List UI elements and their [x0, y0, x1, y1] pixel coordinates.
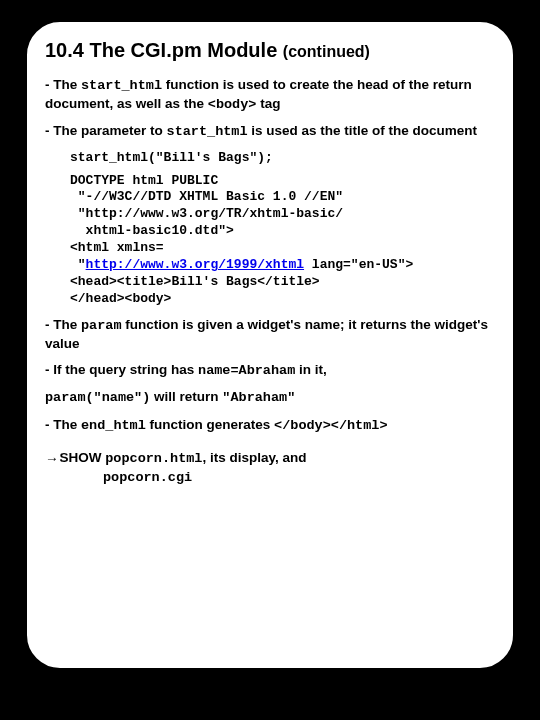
code: popcorn.html	[105, 451, 202, 466]
footer: Chapter 10 © 2005 by Addison Wesley Long…	[40, 693, 500, 710]
code-line: start_html("Bill's Bags");	[70, 150, 273, 165]
xmlns-link[interactable]: http://www.w3.org/1999/xhtml	[86, 257, 304, 272]
title-suffix: (continued)	[283, 43, 370, 60]
footer-chapter: Chapter 10	[40, 694, 112, 710]
code: end_html	[81, 418, 146, 433]
code-line: xhtml-basic10.dtd">	[70, 223, 234, 238]
text: in it,	[295, 362, 327, 377]
bullet-4: - If the query string has name=Abraham i…	[45, 361, 495, 380]
code: start_html	[167, 124, 248, 139]
text: will return	[150, 389, 222, 404]
code: </body></html>	[274, 418, 387, 433]
code-line: </head><body>	[70, 291, 171, 306]
bullet-5: param("name") will return "Abraham"	[45, 388, 495, 407]
code-line: "	[70, 257, 86, 272]
text: , its display, and	[202, 450, 306, 465]
code-example-2: DOCTYPE html PUBLIC "-//W3C//DTD XHTML B…	[70, 173, 495, 308]
code: popcorn.cgi	[103, 469, 192, 487]
code-line: "-//W3C//DTD XHTML Basic 1.0 //EN"	[70, 189, 343, 204]
footer-copyright: © 2005 by Addison Wesley Longman, Inc.	[204, 698, 401, 709]
text: - The	[45, 417, 81, 432]
text: - If the query string has	[45, 362, 198, 377]
code: "Abraham"	[222, 390, 295, 405]
text: - The parameter to	[45, 123, 167, 138]
code-line: lang="en-US">	[304, 257, 413, 272]
code-example-1: start_html("Bill's Bags");	[70, 150, 495, 167]
text: tag	[256, 96, 280, 111]
bullet-7: →SHOW popcorn.html, its display, and pop…	[45, 449, 495, 487]
code-line: "http://www.w3.org/TR/xhtml-basic/	[70, 206, 343, 221]
text: function generates	[146, 417, 274, 432]
code: name=Abraham	[198, 363, 295, 378]
text: - The	[45, 77, 81, 92]
code: start_html	[81, 78, 162, 93]
arrow-icon: →	[45, 450, 59, 468]
bullet-6: - The end_html function generates </body…	[45, 416, 495, 435]
code-line: DOCTYPE html PUBLIC	[70, 173, 218, 188]
bullet-2: - The parameter to start_html is used as…	[45, 122, 495, 141]
text: - The	[45, 317, 81, 332]
code-line: <html xmlns=	[70, 240, 164, 255]
footer-page: 9	[492, 693, 500, 710]
title-main: 10.4 The CGI.pm Module	[45, 39, 277, 61]
code-line: <head><title>Bill's Bags</title>	[70, 274, 320, 289]
code: param	[81, 318, 122, 333]
text: SHOW	[60, 450, 106, 465]
code: <body>	[208, 97, 257, 112]
text: is used as the title of the document	[248, 123, 478, 138]
slide: 10.4 The CGI.pm Module (continued) - The…	[25, 20, 515, 670]
bullet-1: - The start_html function is used to cre…	[45, 76, 495, 114]
code: param("name")	[45, 390, 150, 405]
slide-title: 10.4 The CGI.pm Module (continued)	[45, 37, 495, 64]
bullet-3: - The param function is given a widget's…	[45, 316, 495, 353]
